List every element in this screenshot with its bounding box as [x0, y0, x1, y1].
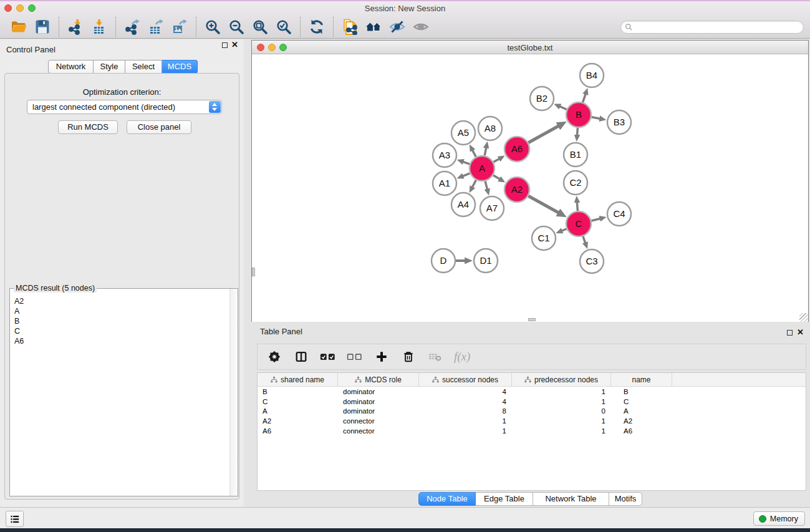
mcds-result-item[interactable]: A [14, 306, 229, 316]
table-cell[interactable]: connector [338, 427, 419, 435]
table-row[interactable]: Adominator80A [258, 406, 806, 416]
edge-C-C2[interactable] [577, 202, 577, 211]
float-table-panel-icon[interactable] [787, 330, 793, 336]
new-network-from-selection-icon[interactable] [340, 17, 359, 36]
edge-A-A1[interactable] [463, 173, 470, 177]
table-cell[interactable]: 1 [512, 427, 611, 435]
table-cell[interactable]: B [611, 388, 672, 395]
edge-A-A2[interactable] [493, 175, 499, 179]
close-panel-button[interactable]: Close panel [127, 120, 191, 134]
table-cell[interactable]: 1 [419, 417, 512, 425]
table-cell[interactable]: 4 [419, 398, 512, 405]
zoom-out-icon[interactable] [227, 17, 246, 36]
tab-node-table[interactable]: Node Table [418, 492, 476, 506]
window-resize-grip[interactable] [799, 313, 808, 322]
edge-B-B1[interactable] [577, 128, 578, 135]
edge-A-A5[interactable] [473, 150, 476, 157]
edge-A-A3[interactable] [463, 162, 470, 164]
table-cell[interactable]: dominator [338, 398, 419, 405]
column-header[interactable]: shared name [258, 373, 338, 386]
network-canvas[interactable]: AA1A2A3A4A5A6A7A8BB1B2B3B4CC1C2C3C4DD1 [252, 54, 808, 322]
edge-C-C4[interactable] [591, 219, 600, 221]
table-cell[interactable]: 1 [512, 388, 611, 395]
network-graph[interactable]: AA1A2A3A4A5A6A7A8BB1B2B3B4CC1C2C3C4DD1 [252, 54, 808, 322]
table-cell[interactable]: 1 [419, 427, 512, 435]
save-session-icon[interactable] [33, 17, 52, 36]
column-view-icon[interactable] [293, 349, 309, 365]
export-image-icon[interactable] [170, 17, 189, 36]
mcds-result-item[interactable]: C [14, 326, 229, 336]
tab-edge-table[interactable]: Edge Table [476, 492, 533, 506]
table-cell[interactable]: dominator [338, 388, 419, 395]
close-panel-icon[interactable]: ✕ [231, 40, 238, 49]
table-row[interactable]: A2connector11A2 [258, 416, 806, 426]
edge-B-B4[interactable] [583, 94, 586, 102]
run-mcds-button[interactable]: Run MCDS [58, 120, 118, 134]
table-cell[interactable]: A6 [258, 427, 338, 435]
export-table-icon[interactable] [147, 17, 165, 36]
table-settings-icon[interactable] [266, 349, 282, 365]
edge-B-B2[interactable] [560, 107, 567, 110]
refresh-network-icon[interactable] [307, 17, 326, 36]
edge-A2-C[interactable] [528, 196, 558, 213]
mcds-result-item[interactable]: A2 [14, 296, 229, 306]
tab-motifs[interactable]: Motifs [609, 492, 642, 506]
table-row[interactable]: Bdominator41B [258, 387, 806, 397]
edge-B-B3[interactable] [592, 117, 600, 119]
tab-select[interactable]: Select [125, 60, 162, 74]
table-cell[interactable]: 8 [419, 407, 512, 415]
optimization-criterion-select[interactable]: largest connected component (directed) [27, 100, 222, 114]
table-cell[interactable]: 4 [419, 388, 512, 395]
column-header[interactable]: predecessor nodes [512, 373, 611, 386]
result-scrollbar[interactable] [229, 289, 238, 496]
column-header[interactable]: name [611, 373, 672, 386]
show-graphics-preview-icon[interactable] [412, 17, 430, 36]
table-cell[interactable]: dominator [338, 407, 419, 415]
edge-A-A7[interactable] [485, 181, 487, 189]
select-all-icon[interactable] [320, 349, 336, 365]
table-cell[interactable]: connector [338, 417, 419, 425]
close-table-panel-icon[interactable]: ✕ [797, 327, 804, 337]
delete-row-icon[interactable] [400, 349, 417, 365]
task-history-button[interactable] [6, 511, 24, 527]
table-cell[interactable]: A2 [258, 417, 338, 425]
table-cell[interactable]: A [611, 407, 672, 415]
table-cell[interactable]: 1 [512, 417, 611, 425]
table-cell[interactable]: C [611, 398, 672, 405]
horizontal-scrollbar-thumb[interactable] [528, 318, 536, 321]
tab-network-table[interactable]: Network Table [533, 492, 609, 506]
tab-network[interactable]: Network [48, 60, 94, 74]
tab-style[interactable]: Style [94, 60, 125, 74]
zoom-in-icon[interactable] [203, 17, 222, 36]
mcds-result-item[interactable]: A6 [14, 336, 229, 346]
search-input[interactable] [633, 22, 799, 32]
table-cell[interactable]: A2 [611, 417, 672, 425]
edge-A6-B[interactable] [528, 126, 558, 143]
mcds-result-item[interactable]: B [14, 316, 229, 326]
edge-A-A8[interactable] [485, 148, 486, 156]
table-cell[interactable]: A6 [611, 427, 672, 435]
zoom-selected-icon[interactable] [274, 17, 293, 36]
edge-C-C1[interactable] [562, 229, 567, 231]
mcds-result-list[interactable]: A2ABCA6 [10, 293, 229, 496]
add-row-icon[interactable] [374, 349, 390, 365]
import-network-icon[interactable] [66, 17, 85, 36]
float-panel-icon[interactable] [222, 42, 228, 48]
edge-A-A6[interactable] [493, 159, 499, 162]
hide-graphics-details-icon[interactable] [388, 17, 407, 36]
search-field[interactable] [620, 21, 804, 34]
memory-button[interactable]: Memory [753, 511, 805, 526]
table-row[interactable]: Cdominator41C [258, 397, 806, 407]
open-session-icon[interactable] [9, 17, 28, 36]
tab-mcds[interactable]: MCDS [162, 60, 198, 74]
import-table-icon[interactable] [90, 17, 108, 36]
zoom-fit-icon[interactable] [251, 17, 269, 36]
unselect-all-icon[interactable] [347, 349, 363, 365]
table-cell[interactable]: 1 [512, 398, 611, 405]
table-cell[interactable]: 0 [512, 407, 611, 415]
column-header[interactable]: MCDS role [338, 373, 419, 386]
table-row[interactable]: A6connector11A6 [258, 426, 806, 436]
table-cell[interactable]: B [258, 388, 338, 395]
table-cell[interactable]: C [258, 398, 338, 405]
column-header[interactable]: successor nodes [419, 373, 512, 386]
